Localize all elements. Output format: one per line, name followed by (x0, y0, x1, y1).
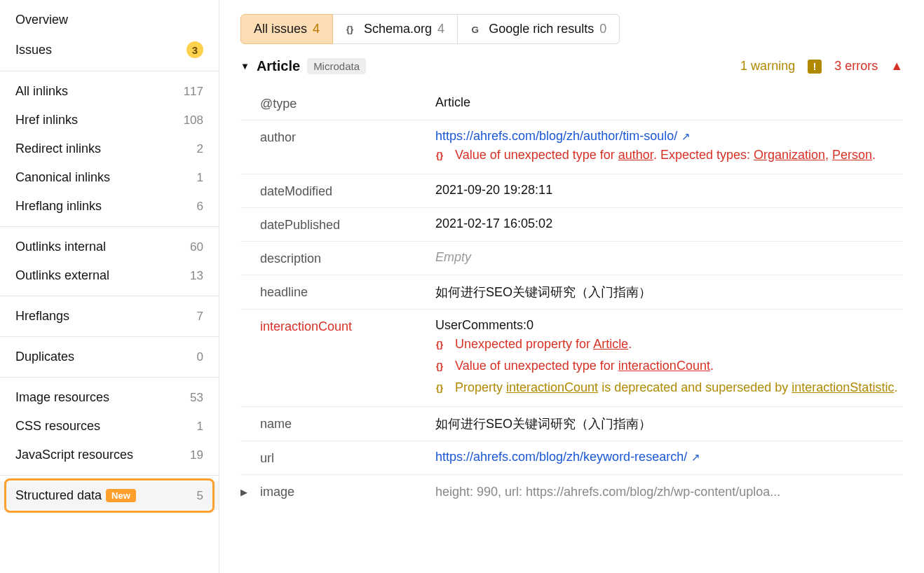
sidebar-item-hreflang-inlinks[interactable]: Hreflang inlinks6 (0, 192, 219, 221)
sidebar-item-count: 7 (197, 310, 203, 324)
tab-label: Google rich results (489, 22, 594, 36)
prop-val-truncated: height: 990, url: https://ahrefs.com/blo… (435, 485, 903, 499)
external-link-icon[interactable]: ↗ (691, 451, 700, 463)
prop-key: description (260, 250, 435, 266)
sidebar-item-hreflangs[interactable]: Hreflangs7 (0, 302, 219, 331)
prop-key: @type (260, 95, 435, 111)
sidebar-item-label: Canonical inlinks (15, 170, 110, 185)
prop-key-error: interactionCount (260, 318, 435, 334)
prop-row-author: author https://ahrefs.com/blog/zh/author… (240, 120, 903, 174)
sidebar-item-count: 108 (184, 113, 203, 127)
property-table: @type Article author https://ahrefs.com/… (240, 83, 903, 499)
prop-val: 2021-09-20 19:28:11 (435, 183, 903, 198)
sidebar-item-count: 53 (190, 391, 203, 405)
braces-icon: {} (346, 23, 358, 36)
prop-row-description: description Empty (240, 242, 903, 275)
prop-val: https://ahrefs.com/blog/zh/author/tim-so… (435, 129, 903, 165)
prop-val: UserComments:0 {} Unexpected property fo… (435, 318, 903, 398)
sidebar-item-image-resources[interactable]: Image resources53 (0, 383, 219, 412)
sidebar-item-outlinks-internal[interactable]: Outlinks internal60 (0, 233, 219, 261)
sidebar-item-label: Hreflang inlinks (15, 199, 102, 214)
microdata-pill: Microdata (307, 58, 366, 74)
error-message: {} Value of unexpected type for interact… (435, 359, 903, 376)
sidebar-item-label: Outlinks internal (15, 240, 106, 254)
prop-val: 如何进行SEO关键词研究（入门指南） (435, 415, 903, 432)
sidebar-item-label: Image resources (15, 390, 109, 405)
sidebar-item-issues[interactable]: Issues3 (0, 34, 219, 65)
sidebar-item-count: 0 (197, 350, 203, 364)
prop-key: datePublished (260, 216, 435, 233)
main-panel: All issues4{}Schema.org4GGoogle rich res… (219, 0, 924, 573)
url-link[interactable]: https://ahrefs.com/blog/zh/keyword-resea… (435, 450, 687, 464)
issue-count-badge: 3 (186, 41, 203, 58)
sidebar-item-count: 60 (190, 240, 203, 254)
sidebar-item-count: 6 (197, 200, 203, 214)
sidebar: OverviewIssues3All inlinks117Href inlink… (0, 0, 219, 573)
sidebar-item-redirect-inlinks[interactable]: Redirect inlinks2 (0, 134, 219, 163)
braces-error-icon: {} (435, 149, 448, 165)
sidebar-item-count: 5 (197, 489, 203, 503)
prop-val: 如何进行SEO关键词研究（入门指南） (435, 284, 903, 301)
sidebar-item-label: Redirect inlinks (15, 141, 101, 156)
tab-label: All issues (254, 22, 307, 36)
expand-caret-icon[interactable]: ▶ (240, 487, 260, 497)
sidebar-item-overview[interactable]: Overview (0, 6, 219, 34)
prop-key: author (260, 129, 435, 145)
tab-count: 0 (599, 22, 606, 36)
sidebar-item-label: Structured data (15, 488, 102, 503)
svg-text:{}: {} (346, 23, 354, 34)
prop-key: headline (260, 284, 435, 300)
sidebar-item-outlinks-external[interactable]: Outlinks external13 (0, 261, 219, 290)
sidebar-item-javascript-resources[interactable]: JavaScript resources19 (0, 441, 219, 469)
sidebar-item-count: 1 (197, 420, 203, 434)
error-message: {} Value of unexpected type for author. … (435, 148, 903, 165)
warning-message: {} Property interactionCount is deprecat… (435, 380, 903, 398)
tabs: All issues4{}Schema.org4GGoogle rich res… (240, 14, 903, 44)
tab-google-rich-results[interactable]: GGoogle rich results0 (458, 14, 620, 44)
sidebar-item-label: Href inlinks (15, 113, 78, 127)
svg-text:{}: {} (436, 361, 444, 371)
sidebar-item-count: 13 (190, 269, 203, 283)
sidebar-item-structured-data[interactable]: Structured dataNew5 (0, 481, 219, 510)
sidebar-item-count: 1 (197, 171, 203, 185)
prop-val: https://ahrefs.com/blog/zh/keyword-resea… (435, 450, 903, 464)
tab-count: 4 (313, 22, 320, 36)
error-icon: ▲ (890, 59, 903, 74)
prop-val: 2021-02-17 16:05:02 (435, 216, 903, 231)
prop-key: image (260, 485, 435, 499)
sidebar-item-label: Outlinks external (15, 268, 109, 283)
prop-key: dateModified (260, 183, 435, 199)
external-link-icon[interactable]: ↗ (681, 130, 691, 142)
sidebar-item-label: Duplicates (15, 350, 74, 364)
prop-key: name (260, 415, 435, 432)
svg-text:G: G (472, 24, 480, 34)
section-header: ▼ Article Microdata 1 warning ! 3 errors… (240, 58, 903, 74)
prop-val: Article (435, 95, 903, 110)
prop-row-name: name 如何进行SEO关键词研究（入门指南） (240, 407, 903, 441)
sidebar-item-href-inlinks[interactable]: Href inlinks108 (0, 106, 219, 134)
sidebar-item-label: All inlinks (15, 84, 68, 99)
sidebar-item-css-resources[interactable]: CSS resources1 (0, 412, 219, 441)
tab-schema.org[interactable]: {}Schema.org4 (333, 14, 458, 44)
collapse-caret-icon[interactable]: ▼ (240, 61, 250, 71)
tab-count: 4 (437, 22, 444, 36)
tab-all-issues[interactable]: All issues4 (240, 14, 333, 44)
braces-error-icon: {} (435, 360, 448, 376)
prop-row-url: url https://ahrefs.com/blog/zh/keyword-r… (240, 441, 903, 475)
sidebar-item-label: JavaScript resources (15, 448, 133, 462)
sidebar-item-duplicates[interactable]: Duplicates0 (0, 343, 219, 371)
braces-warning-icon: {} (435, 382, 448, 398)
prop-row-interactioncount: interactionCount UserComments:0 {} Unexp… (240, 310, 903, 407)
tab-label: Schema.org (364, 22, 432, 36)
sidebar-item-label: Issues (15, 43, 52, 57)
sidebar-item-all-inlinks[interactable]: All inlinks117 (0, 77, 219, 106)
sidebar-item-canonical-inlinks[interactable]: Canonical inlinks1 (0, 163, 219, 192)
warning-count-text: 1 warning (740, 59, 795, 74)
prop-val-empty: Empty (435, 250, 903, 265)
sidebar-item-label: Hreflangs (15, 309, 69, 324)
author-link[interactable]: https://ahrefs.com/blog/zh/author/tim-so… (435, 129, 677, 143)
prop-row-headline: headline 如何进行SEO关键词研究（入门指南） (240, 275, 903, 310)
sidebar-item-count: 19 (190, 448, 203, 462)
section-title: Article (257, 58, 300, 74)
prop-row-datepublished: datePublished 2021-02-17 16:05:02 (240, 208, 903, 242)
